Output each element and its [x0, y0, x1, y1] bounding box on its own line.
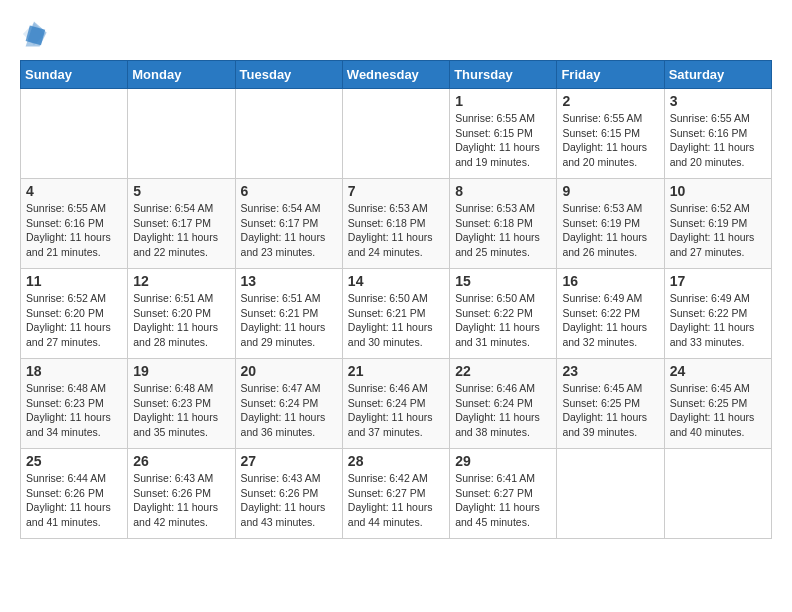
day-number: 25 [26, 453, 122, 469]
calendar-table: SundayMondayTuesdayWednesdayThursdayFrid… [20, 60, 772, 539]
calendar-body: 1Sunrise: 6:55 AM Sunset: 6:15 PM Daylig… [21, 89, 772, 539]
day-info: Sunrise: 6:55 AM Sunset: 6:15 PM Dayligh… [562, 111, 658, 170]
column-header-sunday: Sunday [21, 61, 128, 89]
calendar-week-3: 11Sunrise: 6:52 AM Sunset: 6:20 PM Dayli… [21, 269, 772, 359]
day-number: 28 [348, 453, 444, 469]
calendar-cell: 2Sunrise: 6:55 AM Sunset: 6:15 PM Daylig… [557, 89, 664, 179]
day-info: Sunrise: 6:53 AM Sunset: 6:18 PM Dayligh… [455, 201, 551, 260]
day-number: 24 [670, 363, 766, 379]
day-number: 23 [562, 363, 658, 379]
calendar-cell: 3Sunrise: 6:55 AM Sunset: 6:16 PM Daylig… [664, 89, 771, 179]
day-number: 20 [241, 363, 337, 379]
day-number: 29 [455, 453, 551, 469]
day-number: 6 [241, 183, 337, 199]
calendar-cell: 13Sunrise: 6:51 AM Sunset: 6:21 PM Dayli… [235, 269, 342, 359]
calendar-cell: 5Sunrise: 6:54 AM Sunset: 6:17 PM Daylig… [128, 179, 235, 269]
day-info: Sunrise: 6:46 AM Sunset: 6:24 PM Dayligh… [455, 381, 551, 440]
calendar-week-4: 18Sunrise: 6:48 AM Sunset: 6:23 PM Dayli… [21, 359, 772, 449]
day-info: Sunrise: 6:51 AM Sunset: 6:21 PM Dayligh… [241, 291, 337, 350]
day-info: Sunrise: 6:54 AM Sunset: 6:17 PM Dayligh… [133, 201, 229, 260]
day-info: Sunrise: 6:50 AM Sunset: 6:22 PM Dayligh… [455, 291, 551, 350]
column-header-wednesday: Wednesday [342, 61, 449, 89]
calendar-cell: 20Sunrise: 6:47 AM Sunset: 6:24 PM Dayli… [235, 359, 342, 449]
calendar-cell: 29Sunrise: 6:41 AM Sunset: 6:27 PM Dayli… [450, 449, 557, 539]
calendar-cell [342, 89, 449, 179]
column-header-monday: Monday [128, 61, 235, 89]
day-info: Sunrise: 6:49 AM Sunset: 6:22 PM Dayligh… [562, 291, 658, 350]
day-info: Sunrise: 6:53 AM Sunset: 6:19 PM Dayligh… [562, 201, 658, 260]
calendar-cell: 8Sunrise: 6:53 AM Sunset: 6:18 PM Daylig… [450, 179, 557, 269]
logo [20, 20, 52, 48]
day-info: Sunrise: 6:48 AM Sunset: 6:23 PM Dayligh… [26, 381, 122, 440]
day-info: Sunrise: 6:48 AM Sunset: 6:23 PM Dayligh… [133, 381, 229, 440]
column-header-tuesday: Tuesday [235, 61, 342, 89]
calendar-cell: 10Sunrise: 6:52 AM Sunset: 6:19 PM Dayli… [664, 179, 771, 269]
day-number: 19 [133, 363, 229, 379]
day-info: Sunrise: 6:43 AM Sunset: 6:26 PM Dayligh… [133, 471, 229, 530]
day-number: 13 [241, 273, 337, 289]
day-number: 18 [26, 363, 122, 379]
day-number: 27 [241, 453, 337, 469]
calendar-cell: 14Sunrise: 6:50 AM Sunset: 6:21 PM Dayli… [342, 269, 449, 359]
calendar-cell: 26Sunrise: 6:43 AM Sunset: 6:26 PM Dayli… [128, 449, 235, 539]
day-number: 26 [133, 453, 229, 469]
calendar-cell [557, 449, 664, 539]
day-info: Sunrise: 6:50 AM Sunset: 6:21 PM Dayligh… [348, 291, 444, 350]
day-info: Sunrise: 6:52 AM Sunset: 6:19 PM Dayligh… [670, 201, 766, 260]
day-number: 3 [670, 93, 766, 109]
calendar-cell: 23Sunrise: 6:45 AM Sunset: 6:25 PM Dayli… [557, 359, 664, 449]
column-header-thursday: Thursday [450, 61, 557, 89]
day-info: Sunrise: 6:47 AM Sunset: 6:24 PM Dayligh… [241, 381, 337, 440]
calendar-cell: 15Sunrise: 6:50 AM Sunset: 6:22 PM Dayli… [450, 269, 557, 359]
day-number: 22 [455, 363, 551, 379]
logo-icon [20, 20, 48, 48]
calendar-cell [235, 89, 342, 179]
calendar-cell: 6Sunrise: 6:54 AM Sunset: 6:17 PM Daylig… [235, 179, 342, 269]
calendar-cell: 11Sunrise: 6:52 AM Sunset: 6:20 PM Dayli… [21, 269, 128, 359]
day-info: Sunrise: 6:55 AM Sunset: 6:15 PM Dayligh… [455, 111, 551, 170]
day-number: 2 [562, 93, 658, 109]
day-info: Sunrise: 6:46 AM Sunset: 6:24 PM Dayligh… [348, 381, 444, 440]
day-number: 9 [562, 183, 658, 199]
calendar-cell [128, 89, 235, 179]
day-number: 21 [348, 363, 444, 379]
calendar-cell: 17Sunrise: 6:49 AM Sunset: 6:22 PM Dayli… [664, 269, 771, 359]
day-number: 15 [455, 273, 551, 289]
day-info: Sunrise: 6:41 AM Sunset: 6:27 PM Dayligh… [455, 471, 551, 530]
page-header [20, 20, 772, 48]
calendar-cell [664, 449, 771, 539]
column-header-friday: Friday [557, 61, 664, 89]
day-info: Sunrise: 6:42 AM Sunset: 6:27 PM Dayligh… [348, 471, 444, 530]
calendar-cell: 18Sunrise: 6:48 AM Sunset: 6:23 PM Dayli… [21, 359, 128, 449]
calendar-cell: 9Sunrise: 6:53 AM Sunset: 6:19 PM Daylig… [557, 179, 664, 269]
day-info: Sunrise: 6:53 AM Sunset: 6:18 PM Dayligh… [348, 201, 444, 260]
calendar-cell: 4Sunrise: 6:55 AM Sunset: 6:16 PM Daylig… [21, 179, 128, 269]
calendar-cell: 19Sunrise: 6:48 AM Sunset: 6:23 PM Dayli… [128, 359, 235, 449]
calendar-week-5: 25Sunrise: 6:44 AM Sunset: 6:26 PM Dayli… [21, 449, 772, 539]
day-info: Sunrise: 6:51 AM Sunset: 6:20 PM Dayligh… [133, 291, 229, 350]
day-info: Sunrise: 6:45 AM Sunset: 6:25 PM Dayligh… [562, 381, 658, 440]
day-number: 10 [670, 183, 766, 199]
column-header-saturday: Saturday [664, 61, 771, 89]
calendar-cell: 7Sunrise: 6:53 AM Sunset: 6:18 PM Daylig… [342, 179, 449, 269]
day-number: 4 [26, 183, 122, 199]
day-number: 17 [670, 273, 766, 289]
calendar-cell: 22Sunrise: 6:46 AM Sunset: 6:24 PM Dayli… [450, 359, 557, 449]
day-info: Sunrise: 6:55 AM Sunset: 6:16 PM Dayligh… [670, 111, 766, 170]
day-info: Sunrise: 6:49 AM Sunset: 6:22 PM Dayligh… [670, 291, 766, 350]
day-number: 11 [26, 273, 122, 289]
day-number: 16 [562, 273, 658, 289]
header-row: SundayMondayTuesdayWednesdayThursdayFrid… [21, 61, 772, 89]
calendar-cell: 12Sunrise: 6:51 AM Sunset: 6:20 PM Dayli… [128, 269, 235, 359]
day-info: Sunrise: 6:45 AM Sunset: 6:25 PM Dayligh… [670, 381, 766, 440]
day-info: Sunrise: 6:52 AM Sunset: 6:20 PM Dayligh… [26, 291, 122, 350]
day-number: 8 [455, 183, 551, 199]
calendar-week-1: 1Sunrise: 6:55 AM Sunset: 6:15 PM Daylig… [21, 89, 772, 179]
day-info: Sunrise: 6:44 AM Sunset: 6:26 PM Dayligh… [26, 471, 122, 530]
day-number: 1 [455, 93, 551, 109]
day-number: 5 [133, 183, 229, 199]
calendar-cell [21, 89, 128, 179]
calendar-cell: 24Sunrise: 6:45 AM Sunset: 6:25 PM Dayli… [664, 359, 771, 449]
day-info: Sunrise: 6:54 AM Sunset: 6:17 PM Dayligh… [241, 201, 337, 260]
day-info: Sunrise: 6:55 AM Sunset: 6:16 PM Dayligh… [26, 201, 122, 260]
